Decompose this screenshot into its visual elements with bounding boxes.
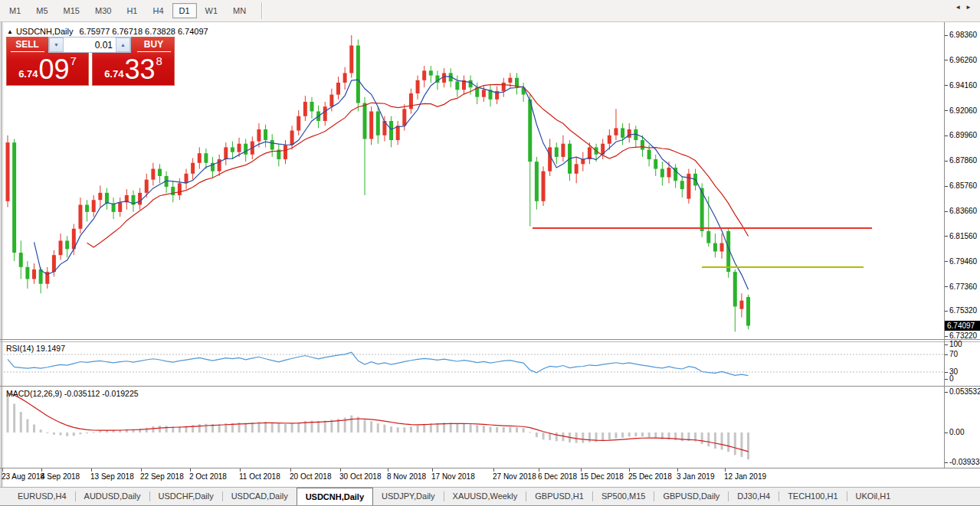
candle-body [231,147,234,152]
chart-tab-xauusd-weekly[interactable]: XAUUSD,Weekly [444,488,526,505]
chart-tab-gbpusd-h1[interactable]: GBPUSD,H1 [526,488,592,505]
macd-tick-mark [945,433,948,433]
candle-body [32,269,36,279]
candle-body [654,159,657,169]
chart-tab-sp500-m15[interactable]: SP500,M15 [593,488,654,505]
chart-tab-tech100-h1[interactable]: TECH100,H1 [779,488,846,505]
price-tick-label: 6.96260 [949,56,977,64]
candle-body [244,144,247,155]
price-tick-label: 6.77360 [949,282,977,291]
rsi-macd-separator[interactable] [0,386,980,387]
candle-body [700,188,704,231]
date-tick-mark [41,468,42,472]
candle-body [535,162,539,201]
candle-body [257,129,261,142]
candle-body [224,147,228,159]
price-tick-mark [945,161,948,162]
candle-body [238,144,241,152]
macd-axis-separator [0,468,980,468]
candle-body [422,70,426,80]
rsi-tick-mark [945,354,948,355]
timeframe-button-mn[interactable]: MN [226,3,253,18]
chart-tab-usdcnh-daily[interactable]: USDCNH,Daily [297,488,373,505]
timeframe-button-m1[interactable]: M1 [2,3,28,18]
tab-scroll-arrows: ◄► [955,4,976,11]
triangle-down-icon: ▼ [54,42,59,47]
candle-body [356,45,360,103]
candle-body [449,73,453,81]
candle-body [442,73,446,83]
sell-price[interactable]: 6.74 09 7 [6,53,89,86]
price-tick-mark [945,110,948,111]
chart-tab-ukoil-h1[interactable]: UKOil,H1 [847,488,900,505]
chart-tab-eurusd-h4[interactable]: EURUSD,H4 [9,488,75,505]
candle-body [706,231,710,243]
candle-body [528,100,532,162]
timeframe-button-m15[interactable]: M15 [57,3,87,18]
sell-price-base: 6.74 [18,68,38,80]
candle-body [191,163,195,174]
candle-body [185,174,188,184]
timeframe-button-m30[interactable]: M30 [88,3,118,18]
timeframe-button-m5[interactable]: M5 [29,3,54,18]
volume-increase-button[interactable]: ▲ [116,38,130,52]
price-tick-mark [945,311,948,312]
date-label: 27 Nov 2018 [493,472,536,481]
candle-body [19,253,23,267]
ohlc-values: 6.75977 6.76718 6.73828 6.74097 [79,27,208,36]
timeframe-button-h1[interactable]: H1 [120,3,144,18]
tab-scroll-left-icon[interactable]: ◄ [955,4,965,11]
chart-tab-usdchf-daily[interactable]: USDCHF,Daily [150,488,222,505]
buy-price[interactable]: 6.74 33 8 [92,53,175,86]
candle-body [218,159,221,171]
volume-decrease-button[interactable]: ▼ [49,38,64,52]
chart-tab-usdcad-daily[interactable]: USDCAD,Daily [223,488,297,505]
candle-body [85,205,89,212]
chart-tab-gbpusd-daily[interactable]: GBPUSD,Daily [654,488,728,505]
price-tick-mark [945,286,948,287]
candle-body [739,301,743,309]
tab-scroll-right-icon[interactable]: ► [965,4,976,11]
chart-tab-audusd-daily[interactable]: AUDUSD,Daily [76,488,149,505]
candle-body [522,87,526,94]
date-label: 11 Oct 2018 [239,472,280,481]
timeframe-button-h4[interactable]: H4 [146,3,170,18]
symbol-period-label: USDCNH,Daily [16,27,74,36]
rsi-tick-mark [945,372,948,373]
sell-button[interactable]: SELL [6,39,48,50]
candle-body [198,153,202,163]
price-tick-mark [945,35,948,36]
buy-button[interactable]: BUY [133,39,175,50]
chart-rsi-separator[interactable] [0,339,980,340]
candle-body [92,200,96,212]
candle-body [502,83,506,91]
candle-body [52,255,56,272]
candle-body [211,163,215,171]
candle-body [621,128,624,138]
macd-signal-line [8,393,749,452]
toolbar-separator [261,2,263,19]
timeframe-button-d1[interactable]: D1 [172,3,197,18]
rsi-line [8,352,749,375]
date-tick-mark [629,468,630,472]
candle-body [165,176,169,187]
collapse-triangle-icon[interactable]: ▲ [7,28,13,35]
date-tick-mark [539,468,539,472]
date-label: 2 Oct 2018 [189,472,227,481]
chart-tab-dj30-h4[interactable]: DJ30,H4 [729,488,778,505]
price-tick-label: 6.79460 [949,257,977,266]
date-label: 23 Aug 2018 [2,472,44,481]
candle-body [290,131,294,145]
volume-input[interactable] [64,38,116,52]
chart-header: ▲USDCNH,Daily6.75977 6.76718 6.73828 6.7… [7,27,208,36]
chart-tab-usdjpy-daily[interactable]: USDJPY,Daily [373,488,444,505]
triangle-up-icon: ▲ [120,42,126,47]
date-label: 22 Sep 2018 [140,472,184,481]
date-label: 12 Jan 2019 [724,472,766,481]
candle-body [687,174,690,199]
sell-price-pip: 7 [70,54,77,67]
price-tick-mark [945,211,948,212]
timeframe-button-w1[interactable]: W1 [198,3,225,18]
candle-body [78,205,82,229]
rsi-tick-mark [945,379,948,380]
